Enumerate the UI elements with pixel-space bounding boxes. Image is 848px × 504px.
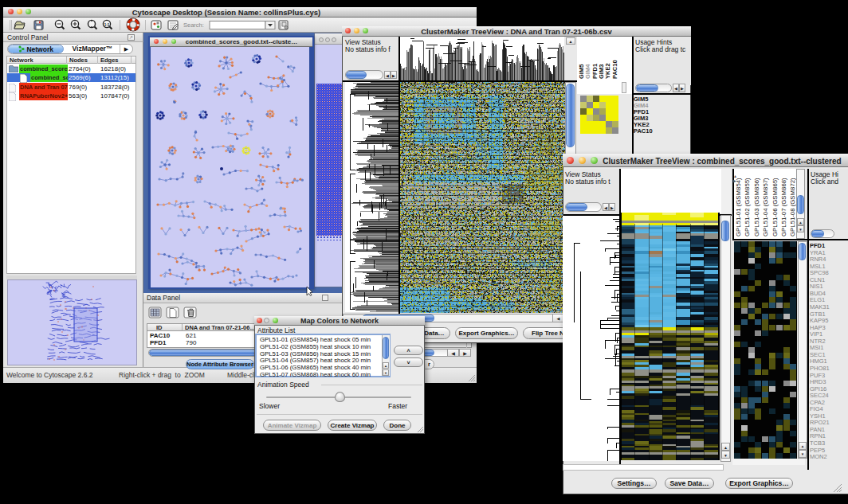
svg-text:YKE2: YKE2: [604, 63, 611, 79]
svg-text:PAC10: PAC10: [611, 60, 618, 79]
svg-text:Search:: Search:: [183, 21, 204, 29]
svg-text:1:1: 1:1: [104, 23, 110, 27]
svg-text:GIM4: GIM4: [584, 64, 591, 79]
